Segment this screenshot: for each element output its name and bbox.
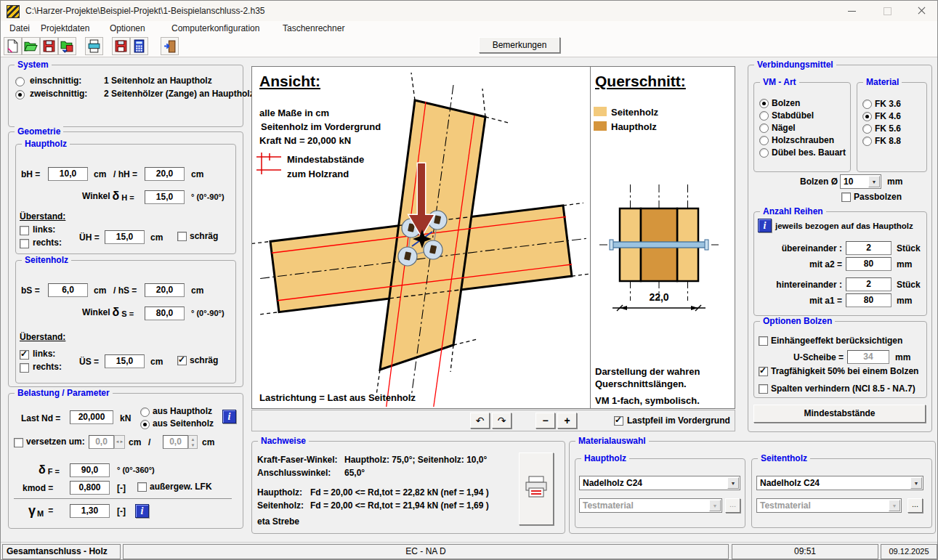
sh-schraeg-checkbox[interactable]: [177, 356, 187, 365]
radio-fk46[interactable]: [862, 112, 872, 121]
minimize-button[interactable]: [840, 1, 865, 20]
lfk-checkbox[interactable]: [137, 482, 147, 492]
save-as-button[interactable]: [58, 37, 76, 55]
open-file-button[interactable]: [22, 37, 40, 55]
versetzen-y-field[interactable]: 0,0: [163, 435, 188, 449]
radio-fk88[interactable]: [862, 137, 872, 146]
anzahl-info-button[interactable]: i: [758, 219, 772, 232]
zoom-out-button[interactable]: −: [535, 413, 555, 429]
menu-taschenrechner[interactable]: Taschenrechner: [283, 23, 344, 33]
chevron-down-icon[interactable]: ▼: [727, 477, 739, 489]
hh-links-checkbox[interactable]: [20, 226, 29, 235]
delta-f-label: δ F =: [39, 463, 60, 476]
radio-stabduebel[interactable]: [759, 111, 769, 121]
ansicht-note-1: alle Maße in cm: [259, 107, 329, 118]
bolzen-diameter-combo[interactable]: 10▼: [840, 174, 881, 189]
hauptholz-group-title: Hauptholz: [22, 139, 70, 149]
hh-schraeg-label: schräg: [190, 231, 218, 241]
lastpfeil-checkbox[interactable]: [614, 416, 623, 426]
uscheibe-field[interactable]: 34: [847, 350, 889, 364]
calculator-button[interactable]: [130, 37, 148, 55]
save-disk-icon: [114, 39, 128, 53]
print-report-button[interactable]: [519, 453, 554, 525]
material-hauptholz-more-button[interactable]: ...: [725, 498, 740, 513]
rotate-left-button[interactable]: ↶: [470, 413, 490, 429]
versetzen-y-spinner[interactable]: ▲▼: [188, 435, 198, 449]
radio-duebel-bes-bauart[interactable]: [759, 148, 769, 158]
maximize-button[interactable]: [875, 1, 899, 20]
close-button[interactable]: [909, 1, 934, 20]
radio-fk36[interactable]: [862, 100, 872, 109]
sh-schraeg-label: schräg: [190, 355, 218, 365]
radio-fk56[interactable]: [862, 124, 872, 134]
hh-rechts-checkbox[interactable]: [20, 239, 29, 248]
new-file-button[interactable]: [4, 37, 22, 55]
bemerkungen-button[interactable]: Bemerkungen: [479, 37, 560, 53]
tragfaehigkeit-checkbox[interactable]: [759, 367, 768, 376]
material-hauptholz-combo[interactable]: Nadelholz C24▼: [579, 476, 740, 490]
gamma-m-field[interactable]: 1,30: [70, 504, 110, 518]
last-nd-field[interactable]: 20,000: [70, 410, 113, 424]
save-icon: [42, 39, 56, 53]
a1-field[interactable]: 80: [846, 293, 891, 307]
menu-computerkonfiguration[interactable]: Computerkonfiguration: [171, 23, 259, 33]
print-button[interactable]: [85, 37, 103, 55]
hh-schraeg-checkbox[interactable]: [177, 232, 187, 241]
winkel-h-field[interactable]: 15,0: [145, 190, 185, 204]
chevron-down-icon[interactable]: ▼: [868, 176, 880, 187]
nachweise-row-label: eta Strebe: [257, 516, 299, 527]
save-project-button[interactable]: [112, 37, 130, 55]
versetzen-x-spinner[interactable]: ◄►: [114, 435, 125, 449]
menu-datei[interactable]: Datei: [9, 23, 30, 33]
spalten-checkbox[interactable]: [759, 384, 768, 394]
radio-einschnittig[interactable]: [15, 77, 25, 86]
mindestabstaende-button[interactable]: Mindestabstände: [753, 405, 926, 423]
hintereinander-field[interactable]: 2: [846, 277, 891, 291]
bs-field[interactable]: 6,0: [48, 283, 88, 297]
delta-symbol: δ: [113, 190, 120, 203]
delta-f-range: ° (0°-360°): [117, 466, 155, 474]
ues-field[interactable]: 15,0: [105, 354, 145, 368]
gamma-info-button[interactable]: i: [135, 504, 149, 518]
rotate-right-button[interactable]: ↷: [492, 413, 512, 429]
chevron-down-icon[interactable]: ▼: [910, 477, 922, 489]
menu-projektdaten[interactable]: Projektdaten: [41, 23, 89, 33]
a2-field[interactable]: 80: [846, 257, 891, 271]
uebereinander-field[interactable]: 2: [846, 241, 891, 255]
last-info-button[interactable]: i: [222, 410, 236, 423]
menu-optionen[interactable]: Optionen: [110, 23, 145, 33]
radio-aus-seitenholz[interactable]: [140, 420, 150, 429]
radio-holzschrauben[interactable]: [759, 136, 769, 145]
ueh-field[interactable]: 15,0: [105, 230, 145, 244]
vm-material-option: FK 4.6: [875, 111, 901, 121]
material-hauptholz-test-combo[interactable]: Testmaterial▼: [579, 498, 722, 513]
bh-field[interactable]: 10,0: [48, 167, 88, 181]
delta-f-field[interactable]: 90,0: [70, 463, 110, 477]
save-button[interactable]: [40, 37, 58, 55]
vm-art-option: Dübel bes. Bauart: [772, 147, 846, 158]
hs-field[interactable]: 20,0: [145, 283, 185, 297]
chevron-down-icon[interactable]: ▼: [889, 500, 900, 511]
radio-aus-hauptholz[interactable]: [140, 407, 150, 417]
radio-bolzen[interactable]: [759, 99, 769, 108]
kmod-field[interactable]: 0,800: [70, 481, 110, 495]
radio-zweischnittig[interactable]: [15, 90, 25, 100]
toolbar: Bemerkungen: [1, 36, 937, 57]
versetzen-x-field[interactable]: 0,0: [89, 435, 114, 449]
zoom-in-button[interactable]: +: [557, 413, 577, 429]
exit-button[interactable]: [161, 37, 179, 55]
material-seitenholz-combo[interactable]: Nadelholz C24▼: [756, 476, 923, 490]
passbolzen-checkbox[interactable]: [841, 192, 851, 202]
einhaengeeffekt-checkbox[interactable]: [759, 336, 768, 346]
sh-rechts-checkbox[interactable]: [20, 363, 29, 373]
material-seitenholz-more-button[interactable]: ...: [907, 498, 923, 513]
winkel-s-field[interactable]: 80,0: [145, 307, 185, 320]
chevron-down-icon[interactable]: ▼: [709, 500, 721, 511]
hh-field[interactable]: 20,0: [145, 167, 185, 181]
save-as-icon: [60, 39, 74, 53]
sh-links-checkbox[interactable]: [20, 350, 29, 360]
radio-naegel[interactable]: [759, 123, 769, 133]
material-seitenholz-test-combo[interactable]: Testmaterial▼: [756, 498, 902, 513]
versetzen-checkbox[interactable]: [14, 438, 23, 447]
tragfaehigkeit-label: Tragfähigkeit 50% bei einem Bolzen: [771, 366, 918, 376]
